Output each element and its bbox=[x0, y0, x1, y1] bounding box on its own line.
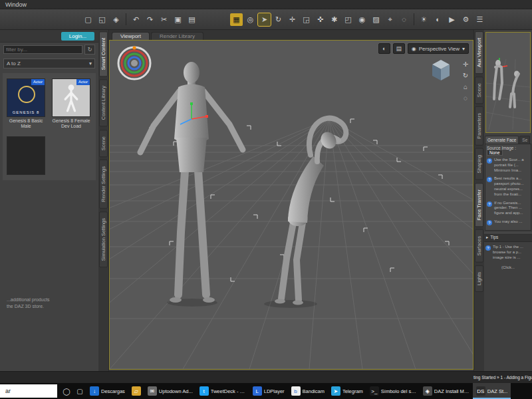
taskbar-item-ldplayer[interactable]: LLDPlayer bbox=[249, 383, 288, 399]
content-search-input[interactable] bbox=[3, 45, 82, 54]
content-item[interactable]: ActorGenesis 8 Female Dev Load bbox=[52, 78, 90, 130]
store-footer-line2: the DAZ 3D store. bbox=[7, 303, 50, 310]
taskbar-item-bandicam[interactable]: bBandicam bbox=[288, 383, 328, 399]
left-tab-smart-content[interactable]: Smart Content bbox=[99, 31, 108, 76]
render-button[interactable]: ▶ bbox=[446, 13, 458, 26]
new-camera-button[interactable]: ◐ bbox=[432, 13, 444, 26]
right-tab-face-transfer[interactable]: Face Transfer bbox=[475, 183, 483, 227]
aim-camera-button[interactable]: ⌖ bbox=[384, 13, 396, 26]
view-options-icon[interactable]: ▤ bbox=[393, 43, 405, 54]
tab-render-library[interactable]: Render Library bbox=[151, 32, 203, 40]
right-tab-parameters[interactable]: Parameters bbox=[475, 106, 483, 146]
new-light-button[interactable]: ☀ bbox=[418, 13, 430, 26]
new-scene-button[interactable]: ▢ bbox=[82, 13, 94, 26]
open-scene-button[interactable]: ◱ bbox=[96, 13, 108, 26]
tab-settings-partial[interactable]: Se bbox=[519, 136, 530, 144]
tips-section-header[interactable]: ▸ Tips bbox=[484, 233, 532, 242]
copy-button[interactable]: ▣ bbox=[172, 13, 184, 26]
paste-button[interactable]: ▤ bbox=[186, 13, 198, 26]
camera-bar: ◐ ▤ ◉ Perspective View ▾ bbox=[378, 43, 469, 54]
undo-button[interactable]: ↶ bbox=[130, 13, 142, 26]
genesis-emblem bbox=[18, 86, 35, 103]
scene-navigator-button[interactable]: ◎ bbox=[244, 13, 257, 26]
spot-render-tool-button[interactable]: ▨ bbox=[370, 13, 382, 26]
menu-window[interactable]: Window bbox=[5, 1, 27, 8]
frame-icon[interactable]: ◌ bbox=[461, 94, 470, 102]
taskbar-item-file-explorer[interactable]: ▱ bbox=[128, 383, 144, 399]
taskbar-apps: ↓Descargas▱✉Uptodown Ad...tTweetDeck - G… bbox=[86, 383, 511, 399]
taskbar-search-input[interactable] bbox=[4, 387, 53, 395]
taskbar-item-uptodown[interactable]: ✉Uptodown Ad... bbox=[144, 383, 196, 399]
sort-dropdown[interactable]: A to Z ▾ bbox=[3, 59, 95, 68]
view-orientation-widget[interactable] bbox=[115, 44, 154, 82]
pane-options-button[interactable]: ☰ bbox=[473, 13, 486, 26]
layout-panes-button[interactable]: ▦ bbox=[230, 13, 243, 26]
sort-row: A to Z ▾ bbox=[0, 57, 98, 70]
view-cube-gizmo[interactable] bbox=[428, 57, 454, 83]
taskbar-search[interactable] bbox=[0, 384, 57, 398]
cut-button[interactable]: ✂ bbox=[158, 13, 170, 26]
windows-taskbar: ◯▢ ↓Descargas▱✉Uptodown Ad...tTweetDeck … bbox=[0, 383, 532, 399]
tab-viewport[interactable]: Viewport bbox=[112, 32, 150, 40]
taskbar-item-simbolo-del-sistema[interactable]: >_Símbolo del si... bbox=[366, 383, 420, 399]
info-icon: ? bbox=[485, 245, 491, 251]
source-image-button[interactable]: None bbox=[487, 150, 503, 156]
taskbar-item-daz-studio[interactable]: DSDAZ St... bbox=[473, 383, 511, 399]
uptodown-icon: ✉ bbox=[148, 386, 157, 396]
frame-camera-button[interactable]: ◌ bbox=[398, 13, 410, 26]
translate-tool-button[interactable]: ✛ bbox=[286, 13, 299, 26]
viewport-canvas[interactable]: ◐ ▤ ◉ Perspective View ▾ ✛ ↻ ⌂ ◌ bbox=[109, 40, 473, 370]
rotate-tool-button[interactable]: ↻ bbox=[272, 13, 285, 26]
taskbar-item-daz-install-manager[interactable]: ◈DAZ Install Ma... bbox=[420, 383, 473, 399]
login-button[interactable]: Login... bbox=[61, 32, 94, 41]
left-tab-simulation-settings[interactable]: Simulation Settings bbox=[99, 211, 108, 267]
taskbar-item-tweetdeck[interactable]: tTweetDeck - G... bbox=[196, 383, 249, 399]
telegram-icon: ➤ bbox=[331, 386, 340, 396]
universal-tool-button[interactable]: ✜ bbox=[314, 13, 327, 26]
aux-viewport[interactable] bbox=[485, 32, 531, 133]
taskbar-item-label: DAZ St... bbox=[487, 388, 507, 394]
left-tab-content-library[interactable]: Content Library bbox=[99, 79, 108, 126]
pan-icon[interactable]: ✛ bbox=[461, 61, 470, 68]
left-tabstrip: Smart ContentContent LibrarySceneRender … bbox=[98, 30, 109, 371]
region-navigator-button[interactable]: ◰ bbox=[342, 13, 354, 26]
orbit-icon[interactable]: ↻ bbox=[461, 72, 470, 79]
instruction-item: ?Best results a... passport photo... neu… bbox=[487, 176, 529, 197]
active-pose-tool-button[interactable]: ✱ bbox=[328, 13, 340, 26]
tab-generate-face[interactable]: Generate Face bbox=[485, 136, 519, 144]
save-scene-button[interactable]: ◈ bbox=[110, 13, 122, 26]
chevron-down-icon: ▾ bbox=[89, 61, 92, 66]
render-settings-button[interactable]: ⚙ bbox=[460, 13, 472, 26]
scale-tool-button[interactable]: ◲ bbox=[300, 13, 313, 26]
left-tab-render-settings[interactable]: Render Settings bbox=[99, 160, 108, 209]
right-tab-aux-viewport[interactable]: Aux Viewport bbox=[475, 31, 483, 74]
content-item-thumbnail bbox=[7, 136, 45, 175]
right-tab-surfaces[interactable]: Surfaces bbox=[475, 229, 483, 263]
taskbar-item-label: TweetDeck - G... bbox=[211, 388, 246, 394]
draw-style-icon[interactable]: ◐ bbox=[378, 43, 390, 54]
surface-selection-tool-button[interactable]: ◉ bbox=[356, 13, 368, 26]
node-selection-tool-button[interactable]: ➤ bbox=[258, 13, 271, 26]
daz-studio-window: Window ▢◱◈↶↷✂▣▤▦◎➤↻✛◲✜✱◰◉▨⌖◌☀◐▶⚙☰ Login.… bbox=[0, 0, 532, 399]
redo-button[interactable]: ↷ bbox=[144, 13, 156, 26]
info-icon: ? bbox=[487, 158, 492, 164]
content-item[interactable]: ActorGENESIS 8Genesis 8 Basic Male bbox=[7, 78, 45, 130]
generate-face-body: Source Image : None ?Use the Sour... a p… bbox=[485, 144, 531, 231]
status-bar: ting Started » 1 - Adding a Figure... bbox=[0, 371, 532, 384]
toolbar-separator bbox=[126, 13, 126, 25]
taskbar-item-descargas[interactable]: ↓Descargas bbox=[86, 383, 128, 399]
toolbar-icons: ▢◱◈↶↷✂▣▤▦◎➤↻✛◲✜✱◰◉▨⌖◌☀◐▶⚙☰ bbox=[81, 13, 487, 26]
right-tab-shaping[interactable]: Shaping bbox=[475, 148, 483, 180]
task-view-button[interactable]: ▢ bbox=[73, 383, 86, 399]
instruction-text: You may also ... bbox=[494, 219, 522, 225]
home-view-icon[interactable]: ⌂ bbox=[461, 83, 470, 90]
left-tab-scene[interactable]: Scene bbox=[99, 130, 108, 157]
cortana-button[interactable]: ◯ bbox=[60, 383, 73, 399]
right-tab-lights[interactable]: Lights bbox=[475, 265, 483, 292]
refresh-icon[interactable]: ↻ bbox=[84, 45, 95, 55]
taskbar-item-telegram[interactable]: ➤Telegram bbox=[328, 383, 366, 399]
content-item[interactable] bbox=[7, 136, 45, 175]
camera-selector[interactable]: ◉ Perspective View ▾ bbox=[408, 43, 469, 54]
right-tab-scene[interactable]: Scene bbox=[475, 76, 483, 104]
tip-item: ? Tip 1 - Use the ... browse for a p... … bbox=[485, 245, 531, 260]
